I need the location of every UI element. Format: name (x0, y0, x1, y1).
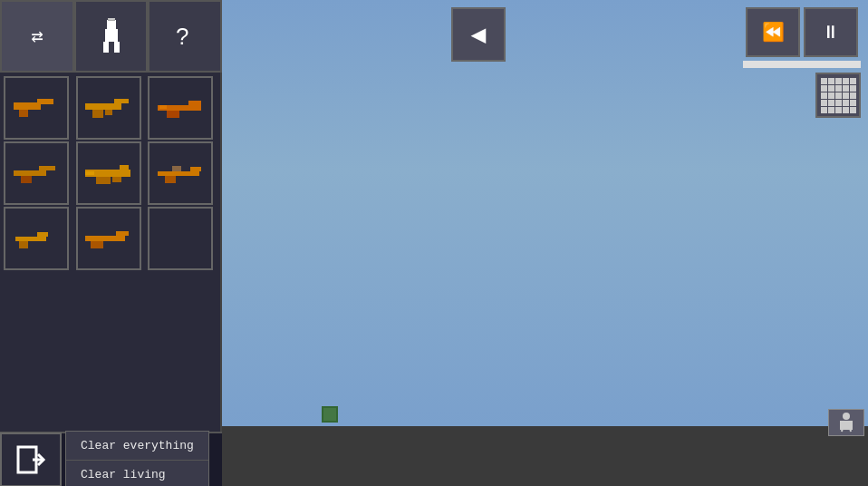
item-cell-4[interactable] (4, 141, 69, 205)
svg-rect-24 (112, 177, 121, 182)
svg-rect-12 (92, 110, 103, 118)
svg-rect-8 (37, 99, 53, 104)
exit-icon (14, 443, 47, 476)
character-button[interactable] (74, 0, 149, 73)
exit-button[interactable] (0, 433, 62, 486)
svg-rect-13 (105, 110, 112, 115)
svg-rect-19 (39, 166, 55, 170)
game-area: ◀ ⏪ ⏸ (222, 0, 868, 486)
machine-gun-icon (83, 160, 133, 186)
weapon8-icon (83, 226, 133, 251)
ground (222, 426, 868, 486)
toolbar: ⇄ ? (0, 0, 222, 73)
rifle-icon (156, 95, 206, 121)
speed-buttons: ⏪ ⏸ (746, 7, 858, 57)
pistol-icon (12, 95, 62, 121)
entity-green-square[interactable] (322, 406, 338, 423)
rewind-icon: ⏪ (762, 21, 785, 44)
screen: ⇄ ? (0, 0, 868, 486)
context-menu: Clear everything Clear living (65, 431, 209, 487)
svg-rect-25 (85, 171, 94, 175)
svg-rect-22 (120, 165, 129, 170)
svg-rect-32 (19, 241, 28, 248)
shotgun-icon (12, 160, 62, 186)
svg-rect-10 (85, 103, 121, 110)
svg-rect-23 (96, 177, 111, 184)
clear-everything-button[interactable]: Clear everything (66, 432, 208, 461)
svg-rect-7 (14, 102, 41, 110)
svg-rect-35 (91, 241, 103, 248)
item-cell-5[interactable] (76, 141, 141, 205)
item-cell-2[interactable] (76, 76, 141, 140)
speed-bar (743, 61, 861, 68)
svg-rect-17 (159, 105, 167, 109)
svg-text:?: ? (176, 23, 188, 50)
svg-rect-3 (114, 42, 120, 53)
character-icon (98, 18, 125, 54)
bottom-bar: Clear everything Clear living (0, 432, 222, 486)
svg-rect-2 (103, 42, 109, 53)
svg-rect-9 (19, 110, 28, 117)
item-cell-7[interactable] (4, 207, 69, 270)
help-icon: ? (171, 23, 198, 50)
svg-rect-33 (85, 236, 125, 241)
pause-button[interactable]: ⏸ (804, 7, 858, 57)
svg-rect-18 (14, 170, 46, 176)
person-hint-icon (833, 412, 860, 433)
clear-living-button[interactable]: Clear living (66, 461, 208, 487)
svg-rect-34 (116, 231, 129, 236)
item-grid (0, 73, 222, 274)
swap-button[interactable]: ⇄ (0, 0, 74, 73)
rewind-button[interactable]: ⏪ (746, 7, 800, 57)
svg-rect-31 (37, 232, 48, 237)
smg-icon (83, 95, 133, 121)
item-cell-3[interactable] (148, 76, 213, 140)
svg-rect-1 (105, 29, 118, 42)
svg-rect-28 (165, 176, 176, 183)
grid-icon (821, 78, 856, 113)
svg-rect-29 (172, 166, 181, 171)
sidebar: ⇄ ? (0, 0, 222, 486)
svg-rect-30 (15, 237, 46, 241)
pause-icon: ⏸ (822, 22, 840, 44)
svg-rect-15 (188, 101, 201, 105)
top-right-controls: ⏪ ⏸ (743, 7, 861, 68)
weapon7-icon (12, 226, 62, 251)
help-button[interactable]: ? (148, 0, 222, 73)
svg-rect-16 (167, 111, 179, 118)
sniper-icon (156, 160, 206, 186)
item-cell-8[interactable] (76, 207, 141, 270)
svg-rect-0 (107, 20, 116, 29)
back-icon: ◀ (471, 19, 487, 50)
svg-rect-20 (21, 176, 32, 183)
svg-rect-11 (114, 99, 129, 103)
svg-rect-27 (190, 167, 201, 171)
swap-icon: ⇄ (31, 24, 43, 49)
back-button[interactable]: ◀ (451, 7, 506, 62)
speed-control-group: ⏪ ⏸ (743, 7, 861, 68)
person-hint (828, 409, 864, 436)
item-cell-1[interactable] (4, 76, 69, 140)
grid-button[interactable] (815, 73, 861, 118)
svg-point-38 (843, 413, 850, 420)
svg-rect-26 (158, 171, 199, 176)
item-cell-6[interactable] (148, 141, 213, 205)
item-cell-9[interactable] (148, 207, 213, 270)
